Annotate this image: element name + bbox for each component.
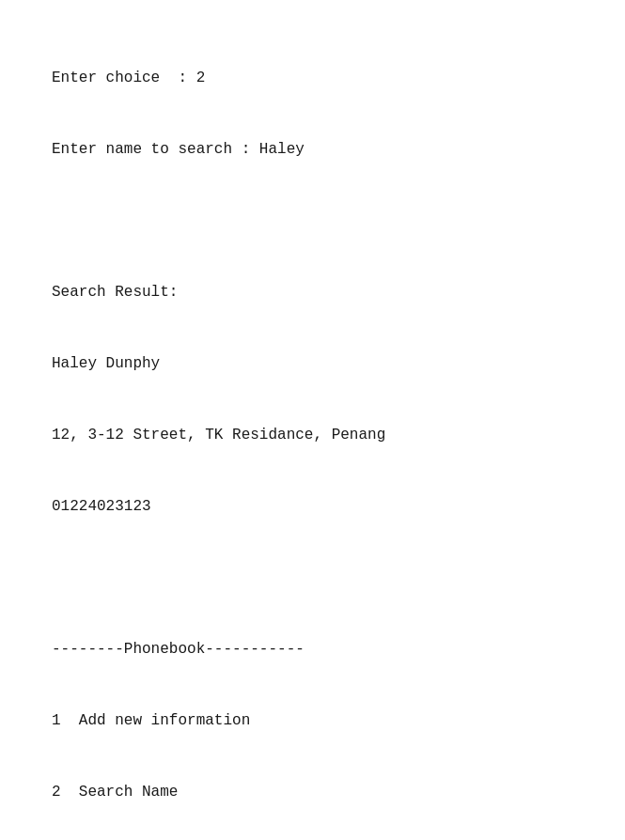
result-phone-1: 01224023123 <box>52 495 573 519</box>
result-name-1: Haley Dunphy <box>52 352 573 376</box>
blank-line-2 <box>52 567 573 590</box>
search-result-label: Search Result: <box>52 281 573 304</box>
blank-line-1 <box>52 210 573 233</box>
phonebook-header-1: --------Phonebook----------- <box>52 638 573 661</box>
terminal-output: Enter choice : 2 Enter name to search : … <box>52 19 573 840</box>
input-name-search: Enter name to search : Haley <box>52 138 573 162</box>
menu-item-1-1: 1 Add new information <box>52 709 573 733</box>
input-choice-2: Enter choice : 2 <box>52 67 573 90</box>
result-address-1: 12, 3-12 Street, TK Residance, Penang <box>52 424 573 447</box>
menu-item-1-2: 2 Search Name <box>52 781 573 804</box>
